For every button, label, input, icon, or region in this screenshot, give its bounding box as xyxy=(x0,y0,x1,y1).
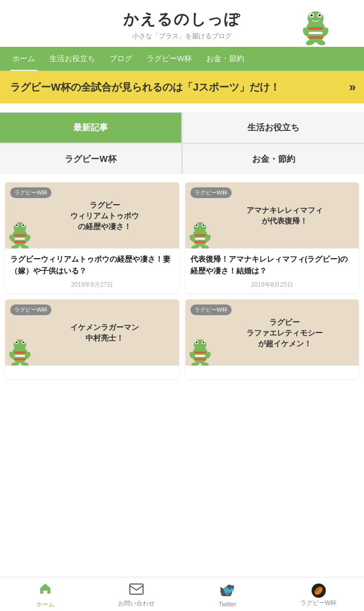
svg-rect-20 xyxy=(14,238,26,240)
article-tag-1: ラグビーW杯 xyxy=(10,187,51,198)
banner[interactable]: ラグビーW杯の全試合が見られるのは「Jスポーツ」だけ！ » xyxy=(0,71,364,103)
main-nav: ホーム 生活お役立ち ブログ ラグビーW杯 お金・節約 xyxy=(0,47,364,71)
site-title: かえるのしっぽ xyxy=(123,9,241,30)
article-card-3[interactable]: ラグビーW杯 イケメンラガーマン中村亮士！ xyxy=(5,299,179,379)
svg-rect-19 xyxy=(14,234,26,236)
svg-point-43 xyxy=(16,341,17,343)
article-thumb-title-3: イケメンラガーマン中村亮士！ xyxy=(66,322,143,343)
article-thumb-4: ラグビーW杯 ラグビーラファエレティモシーが超イケメン！ xyxy=(185,299,359,366)
nav-item-life[interactable]: 生活お役立ち xyxy=(42,47,102,71)
article-date-2: 2019年8月25日 xyxy=(190,281,354,289)
article-card-1[interactable]: ラグビーW杯 ラグビーウィリアムトゥポウの経歴や凄さ！ ラグビーウィリアムトゥポ… xyxy=(5,182,179,293)
svg-rect-6 xyxy=(309,27,323,30)
article-body-4 xyxy=(185,366,359,379)
category-rugby[interactable]: ラグビーW杯 xyxy=(0,144,181,174)
header: かえるのしっぽ 小さな「プラス」を届けるブログ xyxy=(0,0,364,47)
banner-arrow: » xyxy=(349,80,356,94)
article-card-2[interactable]: ラグビーW杯 アマナキレレィマフィが代表復帰！ 代表復帰！アマナキレレィマフィ(… xyxy=(185,182,359,293)
article-tag-2: ラグビーW杯 xyxy=(190,187,232,198)
svg-rect-33 xyxy=(194,238,206,240)
article-body-2: 代表復帰！アマナキレレィマフィ(ラグビー)の経歴や凄さ！結婚は？ 2019年8月… xyxy=(185,248,359,293)
nav-item-money[interactable]: お金・節約 xyxy=(199,47,251,71)
svg-point-17 xyxy=(16,224,17,226)
svg-rect-8 xyxy=(309,36,323,38)
svg-point-5 xyxy=(319,14,321,16)
category-life[interactable]: 生活お役立ち xyxy=(183,113,364,143)
svg-point-31 xyxy=(202,224,204,226)
article-tag-3: ラグビーW杯 xyxy=(10,304,51,315)
article-tag-4: ラグビーW杯 xyxy=(190,304,232,315)
svg-rect-60 xyxy=(194,358,206,360)
header-text: かえるのしっぽ 小さな「プラス」を届けるブログ xyxy=(123,9,241,41)
svg-rect-47 xyxy=(14,358,26,360)
site-subtitle: 小さな「プラス」を届けるブログ xyxy=(123,32,241,41)
svg-rect-59 xyxy=(194,355,206,357)
article-title-1: ラグビーウィリアムトゥポウの経歴や凄さ！妻（嫁）や子供はいる？ xyxy=(10,254,174,276)
svg-rect-32 xyxy=(194,234,206,236)
articles-grid: ラグビーW杯 ラグビーウィリアムトゥポウの経歴や凄さ！ ラグビーウィリアムトゥポ… xyxy=(0,174,364,387)
article-thumb-2: ラグビーW杯 アマナキレレィマフィが代表復帰！ xyxy=(185,182,359,248)
svg-point-44 xyxy=(22,341,24,343)
nav-item-home[interactable]: ホーム xyxy=(5,47,42,71)
article-body-3 xyxy=(5,366,179,379)
article-thumb-3: ラグビーW杯 イケメンラガーマン中村亮士！ xyxy=(5,299,179,366)
article-title-2: 代表復帰！アマナキレレィマフィ(ラグビー)の経歴や凄さ！結婚は？ xyxy=(190,254,354,276)
article-thumb-1: ラグビーW杯 ラグビーウィリアムトゥポウの経歴や凄さ！ xyxy=(5,182,179,248)
article-thumb-title-1: ラグビーウィリアムトゥポウの経歴や凄さ！ xyxy=(66,200,143,232)
svg-rect-21 xyxy=(14,241,26,243)
svg-point-57 xyxy=(202,341,204,343)
category-latest[interactable]: 最新記事 xyxy=(0,113,181,143)
article-date-1: 2019年8月27日 xyxy=(10,281,174,289)
article-thumb-title-4: ラグビーラファエレティモシーが超イケメン！ xyxy=(242,317,327,349)
category-money[interactable]: お金・節約 xyxy=(183,144,364,174)
svg-point-18 xyxy=(22,224,24,226)
nav-item-rugby[interactable]: ラグビーW杯 xyxy=(139,47,199,71)
nav-item-blog[interactable]: ブログ xyxy=(102,47,139,71)
banner-text: ラグビーW杯の全試合が見られるのは「Jスポーツ」だけ！ xyxy=(10,80,339,94)
svg-rect-7 xyxy=(309,32,323,34)
svg-point-4 xyxy=(311,14,313,16)
header-mascot xyxy=(298,5,333,46)
svg-rect-58 xyxy=(194,351,206,353)
svg-rect-34 xyxy=(194,241,206,243)
article-body-1: ラグビーウィリアムトゥポウの経歴や凄さ！妻（嫁）や子供はいる？ 2019年8月2… xyxy=(5,248,179,293)
svg-point-30 xyxy=(195,224,197,226)
svg-point-56 xyxy=(195,341,197,343)
svg-point-1 xyxy=(307,11,324,25)
svg-rect-45 xyxy=(14,351,26,353)
svg-rect-46 xyxy=(14,355,26,357)
article-thumb-title-2: アマナキレレィマフィが代表復帰！ xyxy=(242,205,327,226)
category-grid: 最新記事 生活お役立ち ラグビーW杯 お金・節約 xyxy=(0,113,364,174)
article-card-4[interactable]: ラグビーW杯 ラグビーラファエレティモシーが超イケメン！ xyxy=(185,299,359,379)
